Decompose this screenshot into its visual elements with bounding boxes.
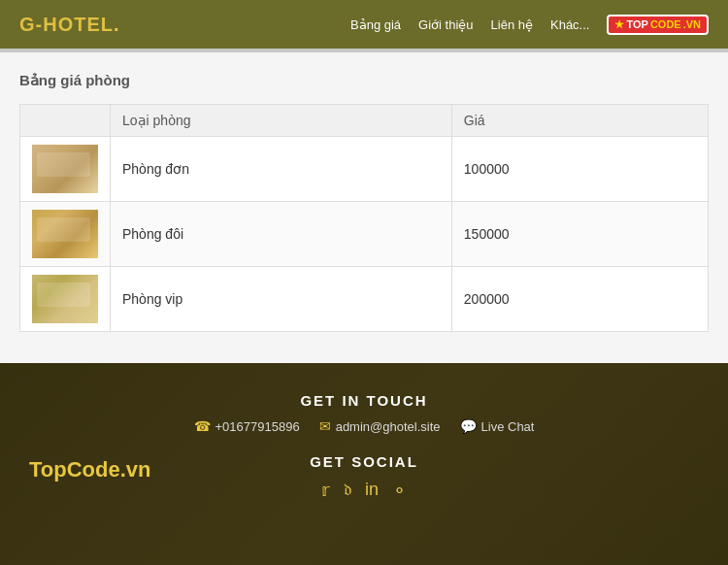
- linkedin-icon[interactable]: in: [365, 480, 379, 501]
- nav-khac[interactable]: Khác...: [550, 17, 589, 32]
- dribbble-icon[interactable]: ⚬: [392, 480, 407, 501]
- room-image-vip: [32, 275, 98, 323]
- section-title: Bảng giá phòng: [19, 72, 709, 89]
- get-in-touch-title: GET IN TOUCH: [19, 392, 709, 409]
- site-footer: TopCode.vn GET IN TOUCH ☎ +01677915896 ✉…: [0, 363, 728, 565]
- topcode-badge: ★ TOPCODE.VN: [607, 15, 709, 35]
- badge-vn: .VN: [683, 18, 701, 30]
- footer-content: GET IN TOUCH ☎ +01677915896 ✉ admin@ghot…: [19, 392, 709, 501]
- contact-row: ☎ +01677915896 ✉ admin@ghotel.site 💬 Liv…: [19, 418, 709, 434]
- room-image-double: [32, 210, 98, 258]
- contact-phone: ☎ +01677915896: [194, 418, 300, 434]
- room-price-1: 100000: [451, 137, 708, 202]
- col-img-header: [20, 105, 111, 137]
- badge-top: TOP: [626, 18, 647, 30]
- nav-bang-gia[interactable]: Bảng giá: [350, 17, 401, 32]
- phone-number: +01677915896: [215, 419, 300, 434]
- get-social-title: GET SOCIAL: [19, 453, 709, 470]
- room-price-table: Loại phòng Giá Phòng đơn 100000 Phòng đô…: [19, 104, 709, 332]
- room-image-single: [32, 145, 98, 193]
- col-room-header: Loại phòng: [111, 105, 452, 137]
- twitter-icon[interactable]: 𝕣: [321, 480, 330, 501]
- email-address: admin@ghotel.site: [336, 419, 441, 434]
- social-row: 𝕣 𝔡 in ⚬: [19, 480, 709, 501]
- nav-gioi-thieu[interactable]: Giới thiệu: [418, 17, 473, 32]
- main-content: Bảng giá phòng Loại phòng Giá Phòng đơn …: [0, 52, 728, 363]
- table-row: Phòng vip 200000: [20, 267, 709, 332]
- room-image-cell-3: [20, 267, 111, 332]
- room-name-3: Phòng vip: [111, 267, 452, 332]
- email-icon: ✉: [319, 418, 331, 434]
- room-image-cell-2: [20, 202, 111, 267]
- site-header: G-HOTEL. Bảng giá Giới thiệu Liên hệ Khá…: [0, 0, 728, 49]
- nav-lien-he[interactable]: Liên hệ: [491, 17, 533, 32]
- facebook-icon[interactable]: 𝔡: [344, 480, 351, 501]
- room-price-3: 200000: [451, 267, 708, 332]
- live-chat-label: Live Chat: [481, 419, 535, 434]
- badge-code: CODE: [650, 18, 681, 30]
- main-nav: Bảng giá Giới thiệu Liên hệ Khác... ★ TO…: [350, 15, 709, 35]
- chat-icon: 💬: [460, 418, 477, 434]
- room-name-2: Phòng đôi: [111, 202, 452, 267]
- phone-icon: ☎: [194, 418, 211, 434]
- contact-email: ✉ admin@ghotel.site: [319, 418, 441, 434]
- table-row: Phòng đôi 150000: [20, 202, 709, 267]
- brand-dot: .: [114, 14, 120, 35]
- room-name-1: Phòng đơn: [111, 137, 452, 202]
- room-price-2: 150000: [451, 202, 708, 267]
- col-price-header: Giá: [451, 105, 708, 137]
- room-image-cell-1: [20, 137, 111, 202]
- table-row: Phòng đơn 100000: [20, 137, 709, 202]
- brand-logo[interactable]: G-HOTEL.: [19, 14, 120, 36]
- brand-name: G-HOTEL: [19, 14, 114, 35]
- contact-livechat[interactable]: 💬 Live Chat: [460, 418, 535, 434]
